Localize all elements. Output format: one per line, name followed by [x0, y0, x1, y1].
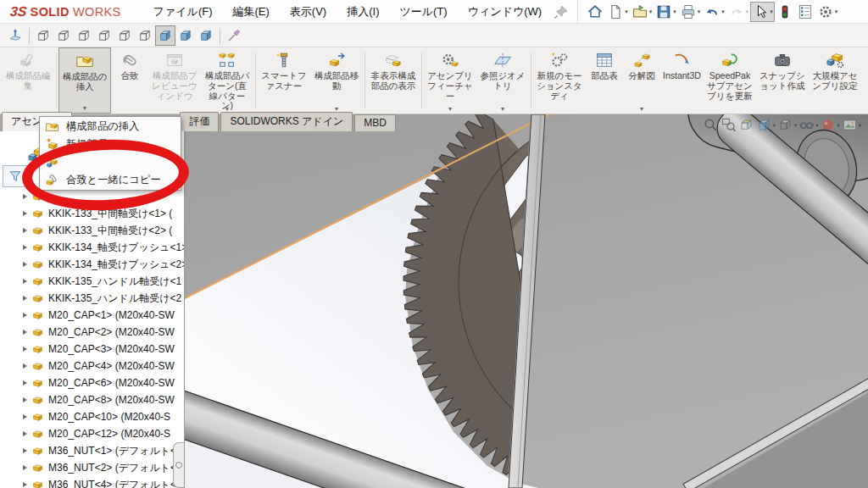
expand-arrow-icon[interactable] [23, 313, 27, 318]
expand-arrow-icon[interactable] [23, 448, 27, 453]
dropdown-caret-icon[interactable]: ▾ [770, 8, 773, 15]
tree-item[interactable]: KKIK-134_軸受けブッシュ<2> [0, 256, 184, 273]
ribbon-button[interactable]: スナップショット作成 [756, 47, 809, 114]
dropdown-caret-icon[interactable]: ▾ [859, 122, 861, 129]
expand-arrow-icon[interactable] [23, 482, 27, 487]
quick-access-button[interactable]: ▾ [605, 2, 630, 22]
expand-arrow-icon[interactable] [23, 347, 27, 352]
expand-arrow-icon[interactable] [23, 211, 27, 216]
ribbon-button[interactable]: 大規模アセンブリ設定 [809, 47, 861, 114]
ribbon-button[interactable]: 新規のモーションスタディ [533, 47, 586, 114]
tree-item[interactable]: M20_CAP<2> (M20x40-SW [0, 324, 184, 341]
back-view-icon[interactable] [53, 25, 74, 46]
isometric-view-icon[interactable] [155, 25, 175, 46]
dropdown-caret-icon[interactable]: ▾ [746, 8, 749, 15]
tree-item[interactable]: M20_CAP<6> (M20x40-SW [0, 374, 184, 391]
heads-up-button[interactable]: ▾ [798, 117, 818, 133]
quick-access-button[interactable]: ▾ [630, 2, 654, 22]
ribbon-button[interactable]: 構成部品プレビューウィンドウ [148, 47, 201, 114]
ribbon-button[interactable]: 構成部品パターン(直線パターン) [201, 47, 253, 114]
dropdown-caret-icon[interactable]: ▾ [698, 8, 701, 15]
tree-item[interactable]: KKIK-134_軸受けブッシュ<1> [0, 239, 184, 256]
menubar-item[interactable]: 表示(V) [280, 1, 337, 23]
quick-access-button[interactable]: ▾ [585, 2, 605, 22]
ribbon-button[interactable]: 構成部品の挿入 [58, 47, 111, 114]
dropdown-caret-icon[interactable]: ▾ [773, 122, 776, 129]
dropdown-caret-icon[interactable]: ▾ [721, 8, 725, 15]
menu-item[interactable]: 構成部品の挿入 [40, 118, 181, 136]
ribbon-button[interactable]: 参照ジオメトリ [476, 47, 529, 114]
ribbon-button[interactable]: SpeedPak サブアセンブリを更新 [704, 47, 756, 114]
top-view-icon[interactable] [114, 25, 135, 46]
menu-item[interactable]: 新規部品 [40, 136, 181, 153]
tree-item[interactable]: M20_CAP<3> (M20x40-SW [0, 341, 184, 358]
ribbon-button[interactable]: スマートファスナー [258, 47, 310, 114]
quick-access-button[interactable]: ▾ [678, 2, 703, 22]
ribbon-button[interactable]: 非表示構成部品の表示 [367, 47, 420, 114]
graphics-viewport[interactable]: ▾▾▾▾▾▾▾▾ [185, 114, 868, 488]
menu-item[interactable]: 合致と一緒にコピー [40, 171, 181, 189]
expand-arrow-icon[interactable] [23, 380, 27, 385]
tree-item[interactable] [0, 188, 184, 205]
expand-arrow-icon[interactable] [23, 363, 27, 369]
normal-to-icon[interactable] [5, 25, 25, 46]
expand-arrow-icon[interactable] [23, 330, 27, 335]
heads-up-button[interactable]: ▾ [703, 117, 719, 133]
menubar-item[interactable]: 挿入(I) [337, 1, 389, 23]
commandmanager-tab[interactable]: 評価 [180, 112, 219, 131]
commandmanager-tab[interactable]: SOLIDWORKS アドイン [220, 112, 353, 131]
quick-access-button[interactable]: ▾ [795, 2, 815, 22]
quick-access-button[interactable]: ▾ [726, 2, 751, 22]
quick-access-button[interactable]: ▾ [775, 2, 795, 22]
panel-splitter-handle[interactable] [173, 442, 184, 488]
bottom-view-icon[interactable] [135, 25, 155, 46]
expand-arrow-icon[interactable] [23, 431, 27, 436]
expand-arrow-icon[interactable] [23, 262, 27, 267]
tree-item[interactable]: M20_CAP<8> (M20x40-SW [0, 391, 184, 408]
tree-item[interactable]: M36_NUT<1> (デフォルト<<デ [0, 442, 184, 459]
right-view-icon[interactable] [94, 25, 114, 46]
ribbon-button[interactable]: 部品表 [586, 47, 623, 114]
dropdown-caret-icon[interactable]: ▾ [673, 8, 676, 15]
menubar-item[interactable]: ファイル(F) [143, 1, 223, 23]
ribbon-button[interactable]: 構成部品編集 [2, 47, 54, 114]
tree-item[interactable]: KKIK-133_中間軸受け<1> ( [0, 205, 184, 222]
expand-arrow-icon[interactable] [23, 296, 27, 301]
pin-icon[interactable] [554, 4, 569, 19]
quick-access-button[interactable]: ▾ [654, 2, 678, 22]
dimetric-view-icon[interactable] [175, 25, 196, 46]
tree-item[interactable]: M36_NUT<2> (デフォルト<<デ [0, 459, 184, 476]
dropdown-caret-icon[interactable]: ▾ [794, 122, 797, 129]
menubar-item[interactable]: 編集(E) [223, 1, 280, 23]
expand-arrow-icon[interactable] [23, 228, 27, 233]
dropdown-caret-icon[interactable]: ▾ [835, 8, 838, 15]
menubar-item[interactable]: ツール(T) [389, 1, 457, 23]
quick-access-button[interactable]: ▾ [815, 2, 840, 22]
heads-up-button[interactable]: ▾ [738, 117, 754, 133]
ribbon-button[interactable]: Instant3D [660, 47, 704, 114]
ribbon-button[interactable]: 分解図 [623, 47, 660, 114]
tree-item[interactable]: KKIK-133_中間軸受け<2> ( [0, 222, 184, 239]
tree-filter-button[interactable] [3, 165, 28, 187]
tree-item[interactable]: KKIK-135_ハンドル軸受け<2 [0, 290, 184, 307]
quick-access-button[interactable]: ▾ [750, 2, 775, 22]
expand-arrow-icon[interactable] [23, 245, 27, 250]
trimetric-view-icon[interactable] [196, 25, 216, 46]
tree-item[interactable]: M36_NUT<4> (デフォルト<<デ [0, 476, 184, 488]
dropdown-caret-icon[interactable]: ▾ [625, 8, 628, 15]
dropdown-caret-icon[interactable]: ▾ [837, 122, 839, 129]
ribbon-button[interactable]: 構成部品移動 [310, 47, 363, 114]
tree-item[interactable]: M20_CAP<10> (M20x40-S [0, 408, 184, 425]
expand-arrow-icon[interactable] [23, 414, 27, 419]
heads-up-button[interactable]: ▾ [777, 117, 797, 133]
tree-item[interactable]: KKIK-135_ハンドル軸受け<1 [0, 273, 184, 290]
commandmanager-tab[interactable]: MBD [354, 114, 396, 131]
left-view-icon[interactable] [74, 25, 94, 46]
heads-up-button[interactable]: ▾ [756, 117, 776, 133]
appearance-pipette-icon[interactable] [224, 25, 244, 46]
expand-arrow-icon[interactable] [23, 465, 27, 470]
dropdown-caret-icon[interactable]: ▾ [815, 122, 818, 129]
heads-up-button[interactable]: ▾ [842, 117, 861, 133]
tree-item[interactable]: M20_CAP<1> (M20x40-SW [0, 307, 184, 324]
quick-access-button[interactable]: ▾ [702, 2, 726, 22]
